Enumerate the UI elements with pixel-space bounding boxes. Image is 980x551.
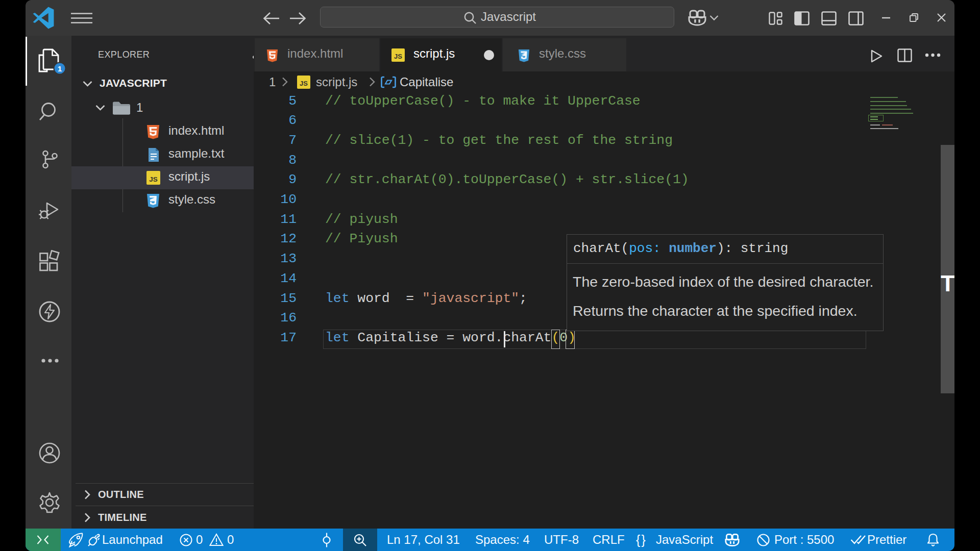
svg-text:JS: JS [149,176,158,183]
svg-text:JS: JS [300,80,308,87]
svg-text:1: 1 [58,64,62,73]
svg-text:JS: JS [394,53,402,60]
